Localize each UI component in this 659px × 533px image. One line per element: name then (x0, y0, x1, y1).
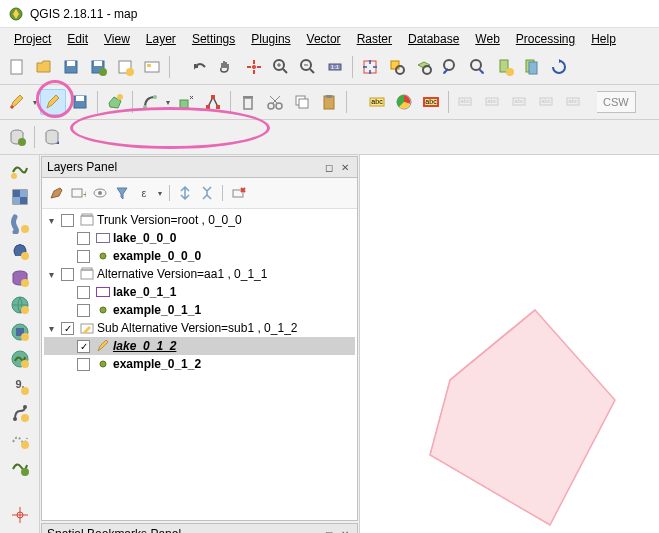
node-tool-button[interactable] (200, 89, 226, 115)
save-project-button[interactable] (58, 54, 84, 80)
csw-button[interactable]: CSW (597, 91, 636, 113)
tree-layer-row[interactable]: lake_0_1_1 (44, 283, 355, 301)
menu-help[interactable]: Help (583, 30, 624, 48)
tree-layer-row[interactable]: example_0_1_1 (44, 301, 355, 319)
pan-to-selection-button[interactable] (241, 54, 267, 80)
add-delimited-button[interactable] (7, 400, 33, 426)
group-checkbox[interactable] (61, 214, 74, 227)
add-vector-button[interactable] (7, 157, 33, 183)
rotate-label-button[interactable]: abc (534, 89, 560, 115)
menu-vector[interactable]: Vector (299, 30, 349, 48)
layer-checkbox[interactable] (77, 340, 90, 353)
panel-undock-button[interactable]: ◻ (322, 160, 336, 174)
add-wfs-button[interactable] (7, 346, 33, 372)
new-project-button[interactable] (4, 54, 30, 80)
zoom-next-button[interactable] (465, 54, 491, 80)
layer-checkbox[interactable] (77, 304, 90, 317)
add-csv-button[interactable]: 9, (7, 373, 33, 399)
add-db2-button[interactable] (7, 265, 33, 291)
add-spatialite-button[interactable] (7, 211, 33, 237)
layer-style-button[interactable] (46, 183, 66, 203)
layer-checkbox[interactable] (77, 250, 90, 263)
layer-checkbox[interactable] (77, 286, 90, 299)
refresh-button[interactable] (546, 54, 572, 80)
add-wms-button[interactable] (7, 292, 33, 318)
menu-settings[interactable]: Settings (184, 30, 243, 48)
move-label-button[interactable]: abc (507, 89, 533, 115)
zoom-last-button[interactable] (438, 54, 464, 80)
copy-features-button[interactable] (289, 89, 315, 115)
menu-edit[interactable]: Edit (59, 30, 96, 48)
layer-checkbox[interactable] (77, 232, 90, 245)
tree-layer-row[interactable]: lake_0_0_0 (44, 229, 355, 247)
composer-manager-button[interactable] (139, 54, 165, 80)
zoom-out-button[interactable] (295, 54, 321, 80)
menu-processing[interactable]: Processing (508, 30, 583, 48)
expander-icon[interactable]: ▾ (44, 213, 58, 227)
show-bookmarks-button[interactable] (519, 54, 545, 80)
delete-selected-button[interactable] (235, 89, 261, 115)
panel-close-button[interactable]: ✕ (338, 160, 352, 174)
layer-expand-button[interactable] (175, 183, 195, 203)
db-tool-2[interactable] (39, 124, 65, 150)
circular-dropdown[interactable] (164, 89, 172, 115)
new-shapefile-button[interactable] (7, 454, 33, 480)
save-layer-edits-button[interactable] (67, 89, 93, 115)
layer-visibility-button[interactable] (90, 183, 110, 203)
add-raster-button[interactable] (7, 184, 33, 210)
new-composer-button[interactable] (112, 54, 138, 80)
gps-button[interactable] (7, 502, 33, 528)
label-tool-button[interactable]: abc (364, 89, 390, 115)
menu-database[interactable]: Database (400, 30, 467, 48)
add-wcs-button[interactable] (7, 319, 33, 345)
tree-group-row[interactable]: ▾ Trunk Version=root , 0_0_0 (44, 211, 355, 229)
map-canvas[interactable] (360, 155, 659, 533)
show-label-button[interactable]: abc (480, 89, 506, 115)
menu-web[interactable]: Web (467, 30, 507, 48)
add-virtual-button[interactable] (7, 427, 33, 453)
layer-expression-button[interactable]: ε (134, 183, 154, 203)
add-circular-button[interactable] (137, 89, 163, 115)
group-checkbox[interactable] (61, 322, 74, 335)
panel-close-button[interactable]: ✕ (338, 527, 352, 533)
layer-filter-button[interactable] (112, 183, 132, 203)
panel-undock-button[interactable]: ◻ (322, 527, 336, 533)
tree-group-row[interactable]: ▾ Sub Alternative Version=sub1 , 0_1_2 (44, 319, 355, 337)
zoom-layer-button[interactable] (411, 54, 437, 80)
layers-tree[interactable]: ▾ Trunk Version=root , 0_0_0 lake_0_0_0 … (42, 209, 357, 520)
db-tool-1[interactable] (4, 124, 30, 150)
tree-layer-row[interactable]: example_0_1_2 (44, 355, 355, 373)
highlight-label-button[interactable]: abc (418, 89, 444, 115)
toggle-editing-button[interactable] (40, 89, 66, 115)
zoom-native-button[interactable]: 1:1 (322, 54, 348, 80)
add-feature-button[interactable] (102, 89, 128, 115)
layer-remove-button[interactable] (228, 183, 248, 203)
move-feature-button[interactable] (173, 89, 199, 115)
diagram-tool-button[interactable] (391, 89, 417, 115)
current-edits-button[interactable] (4, 89, 30, 115)
menu-raster[interactable]: Raster (349, 30, 400, 48)
pin-label-button[interactable]: abc (453, 89, 479, 115)
menu-view[interactable]: View (96, 30, 138, 48)
save-as-button[interactable] (85, 54, 111, 80)
undo-button[interactable] (187, 54, 213, 80)
menu-plugins[interactable]: Plugins (243, 30, 298, 48)
tree-layer-row[interactable]: example_0_0_0 (44, 247, 355, 265)
expander-icon[interactable]: ▾ (44, 267, 58, 281)
menu-layer[interactable]: Layer (138, 30, 184, 48)
zoom-in-button[interactable] (268, 54, 294, 80)
menu-project[interactable]: Project (6, 30, 59, 48)
layer-expression-dropdown[interactable] (156, 180, 164, 206)
expander-icon[interactable]: ▾ (44, 321, 58, 335)
tree-group-row[interactable]: ▾ Alternative Version=aa1 , 0_1_1 (44, 265, 355, 283)
pan-button[interactable] (214, 54, 240, 80)
zoom-full-button[interactable] (357, 54, 383, 80)
current-edits-dropdown[interactable] (31, 89, 39, 115)
open-project-button[interactable] (31, 54, 57, 80)
layer-checkbox[interactable] (77, 358, 90, 371)
change-label-button[interactable]: abc (561, 89, 587, 115)
tree-layer-row[interactable]: lake_0_1_2 (44, 337, 355, 355)
new-bookmark-button[interactable] (492, 54, 518, 80)
layer-add-group-button[interactable]: + (68, 183, 88, 203)
zoom-selection-button[interactable] (384, 54, 410, 80)
